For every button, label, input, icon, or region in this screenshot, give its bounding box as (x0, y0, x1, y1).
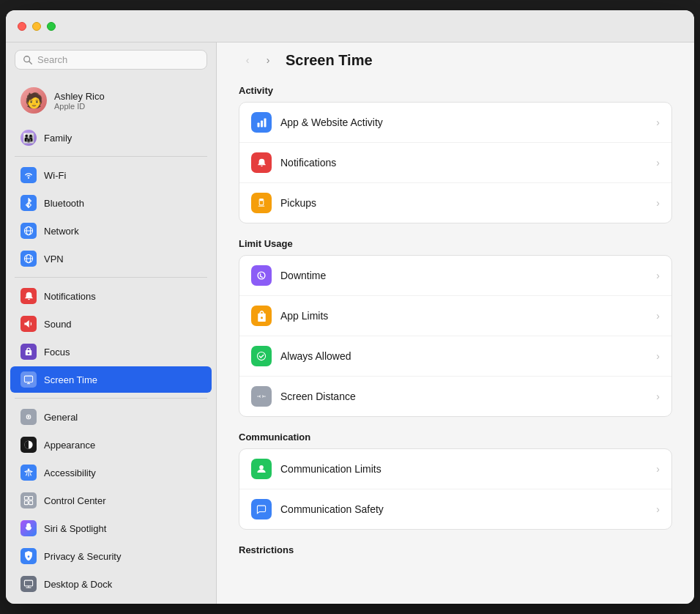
row-label: App Limits (280, 310, 647, 322)
family-avatar: 👨‍👩‍👧 (21, 130, 37, 146)
network-icon (21, 223, 37, 239)
row-label: Communication Limits (280, 463, 647, 475)
search-box[interactable] (15, 50, 207, 70)
app-website-icon (251, 112, 272, 133)
vpn-icon (21, 251, 37, 267)
sidebar-item-label: Notifications (44, 291, 96, 302)
chevron-right-icon: › (656, 350, 660, 362)
row-label: Downtime (280, 270, 647, 281)
avatar: 🧑 (21, 87, 47, 114)
sidebar-item-vpn[interactable]: VPN (10, 245, 212, 272)
sidebar-item-desktop[interactable]: Desktop & Dock (10, 571, 212, 597)
sidebar-item-siri[interactable]: Siri & Spotlight (10, 515, 212, 541)
notifications-row[interactable]: Notifications › (239, 143, 671, 183)
sidebar-item-label: Siri & Spotlight (44, 523, 106, 534)
search-icon (23, 55, 33, 65)
activity-group: App & Website Activity › Notifications ›… (239, 102, 672, 223)
main-window: 🧑 Ashley Rico Apple ID 👨‍👩‍👧 Family Wi-F… (6, 10, 694, 604)
sidebar-item-label: Desktop & Dock (44, 579, 112, 590)
sidebar-item-privacy[interactable]: Privacy & Security (10, 543, 212, 569)
sidebar-item-label: Wi-Fi (44, 170, 66, 181)
accessibility-icon (21, 465, 37, 481)
sidebar-item-focus[interactable]: Focus (10, 339, 212, 365)
downtime-icon (251, 265, 272, 286)
svg-rect-17 (24, 501, 28, 505)
focus-icon (21, 344, 37, 360)
forward-button[interactable]: › (259, 51, 277, 69)
sidebar-item-family[interactable]: 👨‍👩‍👧 Family (10, 125, 212, 151)
always-allowed-row[interactable]: Always Allowed › (239, 336, 671, 377)
svg-rect-8 (24, 376, 32, 382)
minimize-button[interactable] (32, 22, 41, 31)
content-area: 🧑 Ashley Rico Apple ID 👨‍👩‍👧 Family Wi-F… (6, 42, 694, 604)
bluetooth-icon (21, 195, 37, 211)
desktop-icon (21, 576, 37, 592)
search-input[interactable] (37, 54, 199, 65)
sound-icon (21, 316, 37, 332)
sidebar-item-label: Bluetooth (44, 198, 84, 209)
search-container (6, 42, 216, 77)
svg-line-1 (29, 61, 32, 64)
sidebar-item-general[interactable]: General (10, 404, 212, 430)
downtime-row[interactable]: Downtime › (239, 256, 671, 296)
user-sub: Apple ID (54, 102, 105, 111)
sidebar-item-appearance[interactable]: Appearance (10, 432, 212, 458)
sidebar-item-label: Appearance (44, 440, 95, 451)
divider-2 (15, 277, 207, 278)
back-button[interactable]: ‹ (239, 51, 256, 69)
chevron-right-icon: › (656, 157, 660, 169)
comm-limits-icon (251, 459, 272, 479)
sidebar-item-label: VPN (44, 254, 64, 265)
svg-point-28 (259, 465, 264, 470)
sidebar-item-label: Control Center (44, 495, 106, 506)
comm-safety-row[interactable]: Communication Safety › (239, 489, 671, 529)
page-title: Screen Time (286, 52, 373, 69)
screen-distance-row[interactable]: Screen Distance › (239, 377, 671, 416)
titlebar (6, 10, 694, 42)
svg-rect-19 (24, 580, 32, 586)
svg-point-11 (28, 416, 30, 418)
app-website-row[interactable]: App & Website Activity › (239, 103, 671, 143)
app-limits-row[interactable]: App Limits › (239, 296, 671, 336)
divider-3 (15, 398, 207, 399)
section-limit-title: Limit Usage (239, 238, 672, 249)
screen-time-icon (21, 371, 37, 388)
svg-rect-15 (24, 496, 28, 500)
sidebar-item-accessibility[interactable]: Accessibility (10, 459, 212, 486)
svg-rect-22 (257, 122, 259, 127)
svg-rect-23 (261, 120, 263, 127)
traffic-lights (18, 22, 56, 31)
sidebar-item-network[interactable]: Network (10, 218, 212, 244)
main-panel: ‹ › Screen Time Activity App & Website A… (217, 42, 694, 604)
user-name: Ashley Rico (54, 91, 105, 102)
notifications-row-icon (251, 152, 272, 173)
close-button[interactable] (18, 22, 26, 31)
sidebar-item-control-center[interactable]: Control Center (10, 487, 212, 514)
comm-limits-row[interactable]: Communication Limits › (239, 449, 671, 489)
sidebar-item-label: Network (44, 226, 79, 237)
row-label: Notifications (280, 157, 647, 169)
app-limits-icon (251, 306, 272, 326)
sidebar-item-bluetooth[interactable]: Bluetooth (10, 190, 212, 216)
user-info: Ashley Rico Apple ID (54, 91, 105, 111)
svg-rect-26 (260, 199, 263, 201)
nav-arrows: ‹ › (239, 51, 277, 69)
section-activity-title: Activity (239, 85, 672, 96)
row-label: Communication Safety (280, 503, 647, 515)
pickups-row[interactable]: Pickups › (239, 183, 671, 223)
fullscreen-button[interactable] (47, 22, 56, 31)
sidebar-item-wifi[interactable]: Wi-Fi (10, 162, 212, 188)
always-allowed-icon (251, 346, 272, 366)
section-restrictions-title: Restrictions (239, 544, 672, 555)
svg-rect-18 (29, 501, 33, 505)
chevron-right-icon: › (656, 197, 660, 209)
sidebar-item-label: Focus (44, 347, 70, 358)
comm-safety-icon (251, 499, 272, 519)
sidebar-item-notifications[interactable]: Notifications (10, 283, 212, 309)
user-profile[interactable]: 🧑 Ashley Rico Apple ID (10, 80, 212, 121)
screen-distance-icon (251, 386, 272, 407)
limit-group: Downtime › App Limits › Always Allowed › (239, 255, 672, 417)
privacy-icon (21, 548, 37, 564)
sidebar-item-sound[interactable]: Sound (10, 311, 212, 337)
sidebar-item-screen-time[interactable]: Screen Time (10, 366, 212, 393)
